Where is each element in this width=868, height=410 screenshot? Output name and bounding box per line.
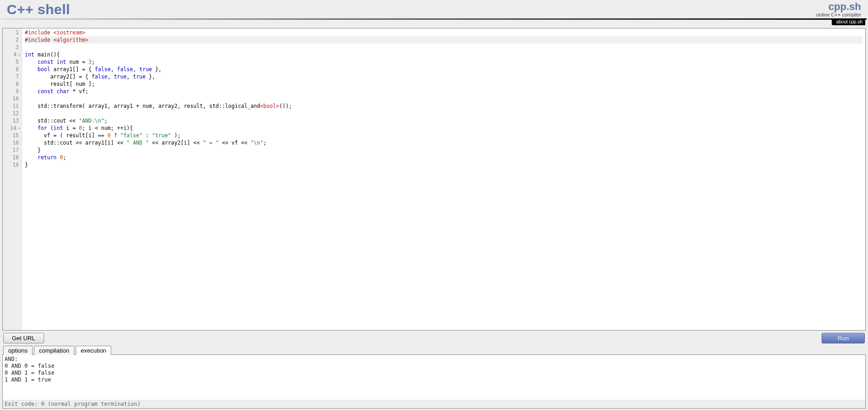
line-number: 16 bbox=[5, 139, 19, 146]
line-number: 17 bbox=[5, 146, 19, 154]
line-number: 11 bbox=[5, 102, 19, 110]
line-number: 7 bbox=[5, 73, 19, 80]
code-line[interactable]: #include <algorithm> bbox=[25, 36, 862, 44]
code-line[interactable]: return 0; bbox=[25, 154, 862, 161]
header: C++ shell cpp.sh online C++ compiler bbox=[1, 0, 867, 18]
line-number: 15 bbox=[5, 132, 19, 139]
code-line[interactable]: const char * vf; bbox=[25, 88, 862, 95]
geturl-button[interactable]: Get URL bbox=[3, 333, 44, 343]
line-number: 4 bbox=[5, 51, 19, 58]
code-line[interactable]: std::transform( array1, array1 + num, ar… bbox=[25, 102, 862, 110]
code-area[interactable]: #include <iostream>#include <algorithm> … bbox=[22, 28, 865, 330]
code-line[interactable] bbox=[25, 95, 862, 102]
line-number: 5 bbox=[5, 58, 19, 66]
code-line[interactable]: array2[] = { false, true, true }, bbox=[25, 73, 862, 80]
brand-subtitle: online C++ compiler bbox=[816, 12, 861, 17]
code-line[interactable] bbox=[25, 44, 862, 51]
code-line[interactable]: } bbox=[25, 161, 862, 168]
code-line[interactable]: result[ num ]; bbox=[25, 80, 862, 88]
line-number: 12 bbox=[5, 110, 19, 117]
line-number: 13 bbox=[5, 117, 19, 124]
code-line[interactable]: #include <iostream> bbox=[25, 29, 862, 36]
tab-options[interactable]: options bbox=[3, 346, 33, 355]
line-number: 19 bbox=[5, 161, 19, 168]
code-line[interactable]: bool array1[] = { false, false, true }, bbox=[25, 66, 862, 73]
code-line[interactable]: vf = ( result[i] == 0 ? "false" : "true"… bbox=[25, 132, 862, 139]
code-editor[interactable]: 12345678910111213141516171819 #include <… bbox=[2, 28, 866, 331]
output-tabs: optionscompilationexecution bbox=[1, 346, 867, 355]
tab-compilation[interactable]: compilation bbox=[34, 346, 74, 355]
output-panel: AND: 0 AND 0 = false 0 AND 1 = false 1 A… bbox=[2, 354, 866, 409]
line-number: 3 bbox=[5, 44, 19, 51]
gutter: 12345678910111213141516171819 bbox=[3, 28, 22, 330]
line-number: 8 bbox=[5, 80, 19, 88]
code-line[interactable]: } bbox=[25, 146, 862, 154]
code-line[interactable] bbox=[25, 110, 862, 117]
line-number: 10 bbox=[5, 95, 19, 102]
brand-link[interactable]: cpp.sh bbox=[816, 2, 861, 12]
code-line[interactable]: for (int i = 0; i < num; ++i){ bbox=[25, 124, 862, 132]
line-number: 9 bbox=[5, 88, 19, 95]
brand-right-wrap: cpp.sh online C++ compiler bbox=[816, 2, 861, 17]
line-number: 14 bbox=[5, 124, 19, 132]
about-bar: about cpp.sh bbox=[1, 20, 867, 26]
output-body[interactable]: AND: 0 AND 0 = false 0 AND 1 = false 1 A… bbox=[5, 356, 863, 400]
code-line[interactable]: const int num = 3; bbox=[25, 58, 862, 66]
code-line[interactable]: std::cout << "AND:\n"; bbox=[25, 117, 862, 124]
line-number: 6 bbox=[5, 66, 19, 73]
run-button[interactable]: Run bbox=[822, 333, 865, 343]
line-number: 18 bbox=[5, 154, 19, 161]
output-status: Exit code: 0 (normal program termination… bbox=[3, 400, 865, 408]
about-link[interactable]: about cpp.sh bbox=[832, 19, 865, 25]
line-number: 2 bbox=[5, 36, 19, 44]
code-line[interactable]: std::cout << array1[i] << " AND " << arr… bbox=[25, 139, 862, 146]
code-line[interactable]: int main(){ bbox=[25, 51, 862, 58]
line-number: 1 bbox=[5, 29, 19, 36]
brand-title: C++ shell bbox=[7, 2, 70, 17]
tab-execution[interactable]: execution bbox=[76, 346, 112, 355]
toolbar: Get URL Run bbox=[1, 331, 867, 346]
